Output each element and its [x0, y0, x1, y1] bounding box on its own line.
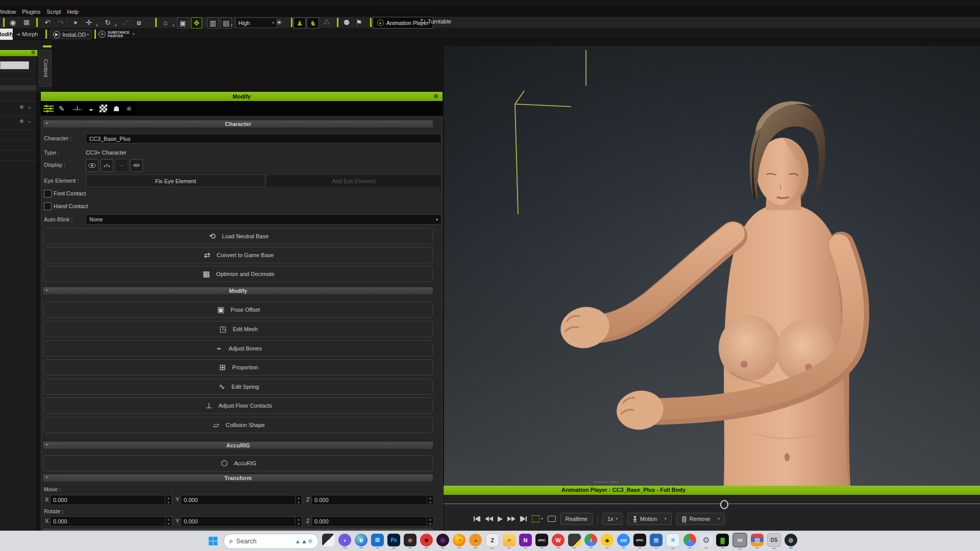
play-button[interactable]: [498, 516, 503, 522]
taskbar-icon-red-app[interactable]: ◆: [420, 534, 433, 548]
menu-script[interactable]: Script: [43, 9, 64, 15]
physics-atom-icon[interactable]: ⚛: [126, 105, 132, 113]
tab-morph[interactable]: ⇥ Morph: [15, 29, 38, 40]
taskbar-icon-photoshop[interactable]: Ps: [387, 534, 400, 548]
menu-window[interactable]: Window: [0, 9, 19, 15]
pose-offset-button[interactable]: ▣ Pose Offset: [43, 302, 433, 318]
list-item[interactable]: [0, 130, 37, 140]
head-profile-icon[interactable]: ☗: [113, 105, 120, 113]
cluster-icon[interactable]: ⁂: [322, 17, 332, 28]
taskbar-icon-firefox[interactable]: ◔: [453, 534, 465, 548]
next-frame-button[interactable]: [507, 516, 516, 521]
select-tool-icon[interactable]: ➤: [71, 17, 80, 28]
list-item[interactable]: ⊗ ▾: [0, 115, 37, 129]
flag-icon[interactable]: ⚑: [354, 17, 363, 28]
collapse-icon[interactable]: −: [45, 121, 51, 127]
undo-icon[interactable]: ↶: [42, 17, 53, 28]
taskbar-icon-notepad[interactable]: ≡: [666, 533, 680, 549]
hand-contact-checkbox[interactable]: [44, 203, 52, 210]
stepper-arrows[interactable]: ▴▾: [427, 517, 433, 526]
light-icon[interactable]: ☀: [274, 17, 284, 28]
rotate-x-field[interactable]: ▴▾: [50, 516, 172, 527]
taskbar-icon-epic-games[interactable]: EPIC: [535, 534, 548, 548]
timeline-track[interactable]: [444, 504, 980, 504]
collapse-icon[interactable]: −: [45, 442, 51, 448]
realtime-button[interactable]: Realtime: [560, 513, 593, 525]
show-eyelashes-toggle[interactable]: [101, 159, 113, 172]
render-style-icon[interactable]: ▤: [220, 17, 232, 29]
taskbar-icon-cyberghost-vpn[interactable]: ☻: [601, 534, 614, 548]
redo-icon[interactable]: ↷: [55, 17, 66, 28]
move-tool-icon[interactable]: ✛: [83, 17, 94, 28]
attributes-sliders-icon[interactable]: [42, 102, 55, 115]
left-panel-section-header[interactable]: [0, 85, 37, 90]
skip-to-end-button[interactable]: [520, 516, 527, 521]
animation-player-header[interactable]: Animation Player : CC3_Base_Plus - Full …: [444, 486, 980, 495]
remove-button[interactable]: Remove ▾: [676, 513, 725, 525]
add-eye-element-button[interactable]: Add Eye Element: [266, 174, 442, 187]
project-icon[interactable]: ◉: [7, 17, 18, 28]
visibility-toggle-icon[interactable]: ⊗: [19, 118, 23, 124]
scale-tool-icon[interactable]: ⤢: [120, 17, 131, 28]
taskbar-icon-chrome-profile-1[interactable]: J: [584, 534, 597, 548]
timeline-playhead[interactable]: [720, 500, 728, 509]
show-eyes-toggle[interactable]: [86, 159, 99, 172]
previous-frame-button[interactable]: [485, 516, 493, 521]
load-neutral-base-button[interactable]: ⟲ Load Neutral Base: [43, 228, 433, 244]
auto-blink-dropdown[interactable]: None ▾: [86, 214, 442, 224]
taskbar-icon-edge-browser[interactable]: e: [355, 534, 368, 548]
tab-modify[interactable]: Modify: [0, 29, 13, 40]
adjust-floor-contacts-button[interactable]: ⊥ Adjust Floor Contacts: [43, 397, 433, 414]
texture-checker-icon[interactable]: [100, 105, 107, 112]
list-item[interactable]: [0, 150, 37, 161]
collapse-icon[interactable]: −: [45, 288, 51, 293]
visibility-toggle-icon[interactable]: ⊗: [19, 104, 23, 110]
close-icon[interactable]: ⊗: [31, 49, 35, 55]
accurig-button[interactable]: ⬡ AccuRIG: [43, 455, 433, 471]
list-item[interactable]: ⊗ ▾: [0, 101, 37, 115]
list-item[interactable]: [0, 160, 37, 171]
taskbar-icon-character-creator[interactable]: ▓: [716, 534, 729, 548]
pivot-tool-icon[interactable]: ⧇: [133, 17, 144, 28]
taskbar-icon-daz-studio[interactable]: DS: [767, 533, 781, 549]
taskbar-icon-opera-gx[interactable]: ◎: [436, 534, 449, 548]
adjust-bones-button[interactable]: ⌁ Adjust Bones: [43, 340, 433, 357]
taskbar-icon-sticky-notes[interactable]: [568, 534, 581, 548]
show-tongue-toggle[interactable]: [130, 159, 143, 172]
move-x-field[interactable]: ▴▾: [50, 495, 172, 505]
quality-dropdown[interactable]: High ▾: [235, 17, 277, 28]
proportion-button[interactable]: ⊞ Proportion: [43, 359, 433, 375]
edit-mesh-button[interactable]: ◳ Edit Mesh: [43, 321, 433, 337]
taskbar-icon-settings[interactable]: ⚙: [700, 534, 713, 548]
home-view-icon[interactable]: ⌂: [160, 17, 170, 28]
viewport-3d[interactable]: [444, 46, 980, 486]
rotate-z-field[interactable]: ▴▾: [311, 516, 434, 527]
search-box[interactable]: ⌕ Search ▲ ▲ ❄: [224, 534, 318, 549]
stepper-arrows[interactable]: ▴▾: [165, 495, 172, 505]
turntable-button[interactable]: ↻ Turntable: [420, 17, 451, 25]
taskbar-icon-file-explorer[interactable]: ▰: [503, 534, 516, 548]
panel-drag-handle[interactable]: [594, 482, 620, 484]
foot-contact-checkbox[interactable]: [44, 190, 52, 197]
light-gizmo-wireframe[interactable]: [444, 46, 980, 486]
section-header-accurig[interactable]: − AccuRIG: [43, 442, 433, 449]
taskbar-icon-chrome-profile-2[interactable]: ◌: [683, 534, 696, 548]
material-palette-icon[interactable]: ◒: [89, 105, 93, 113]
taskbar-icon-davinci-resolve[interactable]: ◉: [404, 534, 416, 548]
modify-panel-titlebar[interactable]: Modify ⊗: [41, 92, 443, 101]
section-header-transform[interactable]: − Transform: [43, 474, 433, 482]
taskbar-icon-wps-office[interactable]: W: [552, 534, 565, 548]
morph-adjust-icon[interactable]: →I←: [71, 105, 83, 112]
chevron-down-icon[interactable]: ▾: [29, 120, 30, 123]
substance-painter-button[interactable]: S SUBSTANCEPAINTER ▾: [99, 29, 134, 39]
move-z-field[interactable]: ▴▾: [311, 495, 434, 505]
stepper-arrows[interactable]: ▴▾: [295, 517, 302, 526]
annotation-button[interactable]: [548, 516, 556, 522]
weather-widget[interactable]: ▲ ▲ ❄: [295, 538, 313, 545]
motion-button[interactable]: Motion ▾: [627, 513, 672, 525]
list-item[interactable]: [0, 91, 37, 102]
collision-shape-button[interactable]: ▱ Collision Shape: [43, 417, 433, 433]
camera-orbit-icon[interactable]: ▥: [207, 17, 218, 29]
stepper-arrows[interactable]: ▴▾: [165, 517, 172, 526]
speed-dropdown[interactable]: 1x ▾: [602, 513, 623, 525]
